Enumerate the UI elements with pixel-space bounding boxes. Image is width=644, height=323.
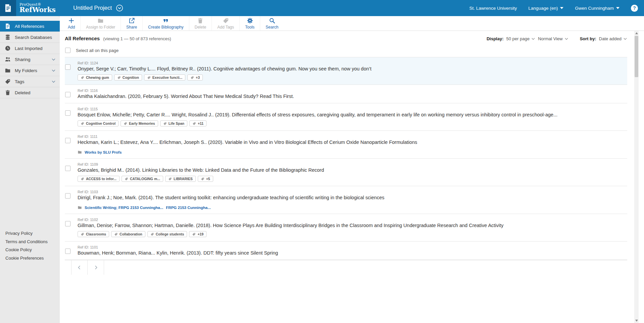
previous-page-button[interactable]	[71, 260, 88, 275]
scroll-down-button[interactable]	[634, 318, 639, 323]
tag-chip[interactable]: Executive functi...	[144, 74, 185, 80]
tag-icon	[147, 76, 151, 79]
terms-and-conditions-link[interactable]: Terms and Conditions	[5, 238, 48, 246]
reference-checkbox[interactable]	[65, 249, 71, 254]
reference-checkbox[interactable]	[65, 221, 71, 226]
reference-checkbox[interactable]	[65, 138, 71, 143]
tag-icon	[163, 122, 167, 125]
privacy-policy-link[interactable]: Privacy Policy	[5, 229, 48, 238]
app-logo[interactable]	[0, 0, 16, 16]
tag-chip[interactable]: Cognitive Control	[78, 120, 119, 126]
per-page-dropdown[interactable]: 50 per page	[506, 36, 535, 41]
folder-link[interactable]: FRPG 2153 Cunningha...	[166, 206, 211, 210]
tag-chip[interactable]: College students	[147, 231, 187, 237]
sidebar-item-my-folders[interactable]: My Folders	[0, 65, 60, 76]
tag-label: LIBRARIES	[174, 177, 193, 181]
sort-dropdown[interactable]: Date added	[599, 36, 627, 41]
tag-overflow-chip[interactable]: +11	[189, 120, 206, 126]
reference-checkbox[interactable]	[65, 193, 71, 199]
reference-row[interactable]: Ref ID: 1116 Amitha Kalaichandran. (2020…	[65, 85, 627, 103]
tag-label: ACCESS to infor...	[86, 177, 117, 181]
sort-by-label: Sort by:	[580, 36, 596, 41]
tag-chip[interactable]: Life Span	[160, 120, 187, 126]
sidebar-item-label: Search Databases	[15, 35, 52, 40]
add-button[interactable]: Add	[62, 16, 80, 31]
reference-checkbox[interactable]	[65, 64, 71, 70]
reference-row[interactable]: Ref ID: 1115 Bosquet Enlow, Michelle; Pe…	[65, 103, 627, 131]
reference-checkbox[interactable]	[65, 92, 71, 97]
sidebar-item-all-references[interactable]: All References	[0, 21, 60, 32]
chevron-down-icon[interactable]	[51, 68, 56, 73]
select-all-checkbox[interactable]	[65, 48, 71, 53]
folder-link[interactable]: Works by SLU Profs	[85, 150, 122, 154]
project-selector[interactable]: Untitled Project	[73, 0, 123, 16]
ref-id: Ref ID: 1115	[78, 107, 557, 111]
tools-button[interactable]: Tools	[239, 16, 260, 31]
chevron-down-icon[interactable]	[51, 57, 56, 62]
reference-list: Ref ID: 1124 Onyper, Serge V.; Carr, Tim…	[65, 57, 627, 260]
share-button[interactable]: Share	[121, 16, 142, 31]
reference-row[interactable]: Ref ID: 1103 Dirrigl, Frank J.; Noe, Mar…	[65, 186, 627, 214]
cookie-policy-link[interactable]: Cookie Policy	[5, 246, 48, 254]
triangle-down-icon	[635, 320, 638, 322]
cookie-preferences-link[interactable]: Cookie Preferences	[5, 254, 48, 263]
ref-citation[interactable]: Heckman, Karin L.; Estevez, Ana Y.... Er…	[78, 140, 417, 145]
tag-overflow-chip[interactable]: +3	[187, 74, 203, 80]
tag-overflow-chip[interactable]: +5	[198, 176, 213, 182]
ref-citation[interactable]: Bouwman, Henk; Bornman, Riana... Kylin, …	[78, 250, 278, 256]
reference-row[interactable]: Ref ID: 1102 Gillman, Denise; Farrow, Sh…	[65, 214, 627, 241]
tag-icon	[190, 76, 194, 79]
scrollbar-thumb[interactable]	[635, 36, 638, 77]
reference-checkbox[interactable]	[65, 110, 71, 116]
chevron-down-icon[interactable]	[51, 79, 56, 84]
user-menu[interactable]: Gwen Cunningham	[575, 6, 619, 11]
reference-row[interactable]: Ref ID: 1124 Onyper, Serge V.; Carr, Tim…	[65, 57, 627, 85]
sidebar-footer: Privacy Policy Terms and Conditions Cook…	[5, 229, 48, 262]
tag-chip[interactable]: ACCESS to infor...	[78, 176, 120, 182]
tag-chip[interactable]: Chewing gum	[78, 74, 112, 80]
viewing-count: (viewing 1 — 50 of 873 references)	[103, 36, 171, 41]
create-bibliography-button[interactable]: Create Bibliography	[142, 16, 189, 31]
tag-label: College students	[156, 232, 184, 236]
ref-id: Ref ID: 1124	[78, 61, 371, 65]
ref-citation[interactable]: Dirrigl, Frank J.; Noe, Mark. (2014). Th…	[78, 195, 384, 200]
reference-checkbox[interactable]	[65, 166, 71, 171]
vertical-scrollbar[interactable]	[634, 31, 639, 323]
tag-chip[interactable]: Cognition	[114, 74, 142, 80]
tag-label: CATALOGING m...	[130, 177, 160, 181]
next-page-button[interactable]	[88, 260, 104, 275]
magnifier-icon	[269, 17, 275, 24]
user-name: Gwen Cunningham	[575, 6, 614, 11]
ref-citation[interactable]: Amitha Kalaichandran. (2020, February 5)…	[78, 94, 294, 99]
sidebar-item-sharing[interactable]: Sharing	[0, 54, 60, 65]
tag-chip[interactable]: Early Memories	[121, 120, 158, 126]
folder-link[interactable]: Scientific Writing; FRPG 2153 Cunningha.…	[85, 206, 163, 210]
reference-row[interactable]: Ref ID: 1111 Heckman, Karin L.; Estevez,…	[65, 131, 627, 159]
tag-chip[interactable]: Collaboration	[111, 231, 145, 237]
ref-citation[interactable]: Onyper, Serge V.; Carr, Timothy L.... Fl…	[78, 66, 371, 71]
ref-citation[interactable]: Gonzales, Brighid M.. (2014). Linking Li…	[78, 167, 324, 173]
scroll-up-button[interactable]	[634, 31, 639, 36]
search-button[interactable]: Search	[260, 16, 284, 31]
view-mode-dropdown[interactable]: Normal View	[538, 36, 568, 41]
trash-icon	[5, 90, 11, 96]
sidebar-item-last-imported[interactable]: Last Imported	[0, 43, 60, 54]
trash-icon	[197, 17, 203, 24]
select-all-label: Select all on this page	[76, 48, 119, 53]
ref-citation[interactable]: Bosquet Enlow, Michelle; Petty, Carter R…	[78, 112, 557, 117]
help-icon: ?	[633, 5, 636, 11]
tag-icon	[81, 76, 84, 79]
tag-overflow-chip[interactable]: +19	[189, 231, 206, 237]
ref-citation[interactable]: Gillman, Denise; Farrow, Shannon; Hartma…	[78, 223, 504, 228]
reference-row[interactable]: Ref ID: 1101 Bouwman, Henk; Bornman, Ria…	[65, 241, 627, 260]
help-button[interactable]: ?	[631, 5, 638, 12]
database-icon	[5, 34, 11, 40]
sidebar-item-search-databases[interactable]: Search Databases	[0, 32, 60, 43]
sidebar-item-tags[interactable]: Tags	[0, 76, 60, 87]
language-menu[interactable]: Language (en)	[528, 6, 564, 11]
tag-chip[interactable]: CATALOGING m...	[122, 176, 163, 182]
reference-row[interactable]: Ref ID: 1109 Gonzales, Brighid M.. (2014…	[65, 159, 627, 186]
tag-chip[interactable]: Classrooms	[78, 231, 109, 237]
tag-chip[interactable]: LIBRARIES	[165, 176, 196, 182]
sidebar-item-deleted[interactable]: Deleted	[0, 87, 60, 98]
